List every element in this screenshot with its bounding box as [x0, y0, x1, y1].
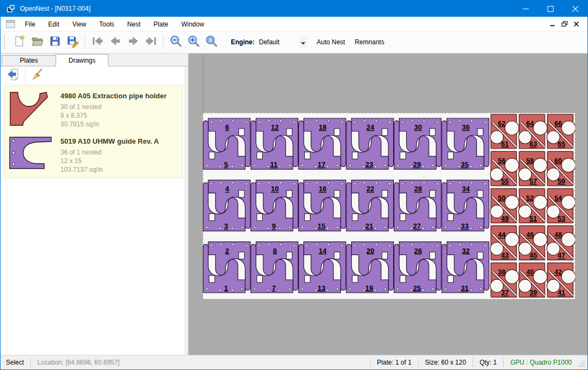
go-next-button[interactable]: [124, 33, 142, 51]
part-number: 58: [526, 157, 534, 165]
maximize-button[interactable]: [538, 1, 563, 17]
part-number: 51: [529, 215, 537, 223]
zoom-in-button[interactable]: [184, 33, 202, 51]
part-number: 26: [414, 247, 422, 255]
drawings-toolbar-separator: [25, 69, 25, 82]
part-number: 41: [558, 289, 565, 297]
part-number: 28: [414, 185, 422, 193]
engine-dropdown-button[interactable]: [299, 37, 307, 48]
list-item[interactable]: 4980 A05 Extraction pipe holder 30 of 1 …: [4, 86, 182, 132]
sidebar: Plates Drawings: [1, 53, 188, 355]
mdi-close-button[interactable]: [570, 18, 582, 29]
part-number: 63: [529, 140, 537, 148]
part-number: 6: [225, 123, 229, 131]
menu-item-nest[interactable]: Nest: [121, 18, 147, 31]
save-as-icon: [66, 35, 79, 50]
menu-item-tools[interactable]: Tools: [93, 18, 121, 31]
plate[interactable]: 6512111817242330293635431091615222128273…: [202, 112, 576, 300]
go-previous-icon: [108, 35, 122, 50]
item-area: 103.7137 sq/in: [60, 165, 159, 174]
menubar: FileEditViewToolsNestPlateWindow: [1, 17, 587, 31]
open-button[interactable]: [28, 33, 46, 51]
part-number: 13: [318, 284, 325, 292]
part-number: 16: [319, 185, 326, 193]
part-number: 7: [272, 284, 276, 292]
part-number: 15: [318, 222, 325, 230]
go-last-icon: [144, 35, 158, 50]
menu-item-edit[interactable]: Edit: [42, 18, 66, 31]
mdi-restore-button[interactable]: [558, 18, 570, 29]
part-number: 66: [555, 120, 562, 127]
part-number: 14: [319, 247, 327, 255]
back-to-plates-button[interactable]: [5, 68, 22, 84]
part-number: 62: [498, 120, 505, 127]
part-number: 45: [529, 252, 537, 259]
tab-drawings[interactable]: Drawings: [56, 54, 108, 66]
part-number: 64: [526, 120, 534, 127]
part-number: 33: [461, 222, 468, 230]
minimize-button[interactable]: [513, 1, 538, 17]
status-qty: Qty: 1: [480, 359, 497, 366]
status-plate: Plate: 1 of 1: [377, 359, 412, 366]
menu-item-plate[interactable]: Plate: [147, 18, 175, 31]
list-item[interactable]: 5019 A10 UHMW guide Rev. A 36 of 1 neste…: [4, 132, 182, 176]
go-previous-button[interactable]: [106, 33, 124, 51]
app-window: OpenNest - [N0317-004] FileEditViewTools…: [0, 0, 588, 370]
part-number: 4: [225, 185, 229, 193]
status-separator: [30, 358, 31, 367]
part-number: 36: [462, 123, 469, 131]
part-number: 30: [414, 123, 422, 131]
part-number: 46: [526, 231, 534, 239]
go-next-icon: [126, 35, 140, 50]
part-number: 57: [529, 178, 537, 185]
toolbar: Engine: Default Auto Nest Remnants: [1, 31, 587, 53]
status-mode: Select: [6, 359, 24, 366]
part-number: 25: [413, 284, 421, 292]
go-first-button[interactable]: [88, 33, 106, 51]
part-number: 37: [501, 289, 509, 297]
part-number: 17: [318, 160, 325, 169]
toolbar-grip[interactable]: [4, 36, 6, 49]
go-last-button[interactable]: [142, 33, 160, 51]
clear-drawings-button[interactable]: [29, 68, 45, 84]
part-number: 29: [413, 160, 421, 169]
drawings-panel: 4980 A05 Extraction pipe holder 30 of 1 …: [1, 66, 188, 355]
item-title: 4980 A05 Extraction pipe holder: [60, 92, 167, 100]
part-number: 19: [365, 284, 373, 292]
menu-item-view[interactable]: View: [66, 18, 93, 31]
part-number: 24: [366, 123, 374, 131]
close-button[interactable]: [563, 1, 587, 17]
zoom-fit-button[interactable]: [202, 33, 220, 51]
mdi-minimize-button[interactable]: [546, 18, 558, 29]
part-number: 12: [271, 123, 278, 131]
tab-plates[interactable]: Plates: [2, 55, 56, 66]
nest-canvas[interactable]: 6512111817242330293635431091615222128273…: [188, 53, 587, 355]
resize-grip[interactable]: [578, 360, 585, 368]
save-button[interactable]: [46, 33, 64, 51]
chevron-down-icon: [301, 37, 305, 47]
engine-select[interactable]: Default: [259, 38, 299, 46]
part-number: 18: [319, 123, 326, 131]
item-title: 5019 A10 UHMW guide Rev. A: [60, 137, 159, 145]
zoom-out-button[interactable]: [167, 33, 184, 51]
part-number: 21: [365, 222, 373, 230]
save-as-button[interactable]: [64, 33, 81, 51]
toolbar-separator: [163, 35, 163, 50]
part-number: 44: [498, 231, 505, 239]
save-icon: [49, 35, 61, 50]
menu-item-window[interactable]: Window: [175, 18, 211, 31]
part-number: 42: [555, 268, 562, 276]
item-nested: 30 of 1 nested: [60, 103, 167, 111]
mdi-document-icon[interactable]: [6, 20, 15, 28]
auto-nest-button[interactable]: Auto Nest: [312, 35, 350, 49]
new-button[interactable]: [10, 33, 28, 51]
status-location: Location: [84.8696, 60.6957]: [37, 359, 119, 366]
part-number: 40: [526, 268, 534, 276]
menu-item-file[interactable]: File: [18, 18, 42, 31]
part-number: 3: [224, 222, 228, 230]
status-gpu: GPU : Quadro P1000: [510, 359, 572, 366]
item-area: 30.7815 sq/in: [60, 120, 167, 129]
remnants-button[interactable]: Remnants: [350, 35, 389, 49]
item-size: 12 x 15: [60, 157, 159, 165]
part-number: 47: [558, 252, 565, 259]
